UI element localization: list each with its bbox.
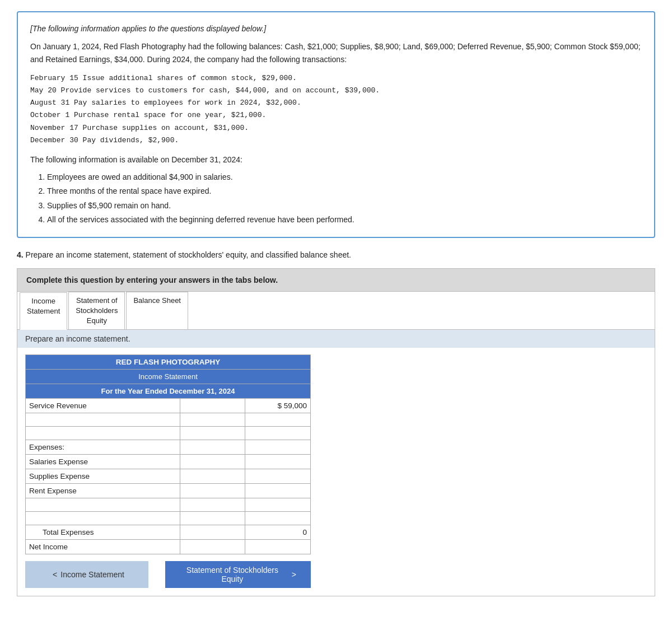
expenses-amount[interactable] <box>245 440 311 455</box>
transaction-line: December 30 Pay dividends, $2,900. <box>30 134 642 147</box>
rent-label: Rent Expense <box>26 484 180 498</box>
salaries-label: Salaries Expense <box>26 455 180 469</box>
info-paragraph1: On January 1, 2024, Red Flash Photograph… <box>30 40 642 66</box>
empty-label-3[interactable] <box>26 498 180 512</box>
net-income-amount[interactable] <box>245 540 311 554</box>
table-row <box>26 512 311 525</box>
rent-amount[interactable] <box>245 484 311 498</box>
complete-box: Complete this question by entering your … <box>17 268 655 292</box>
tab-balance-sheet[interactable]: Balance Sheet <box>126 292 188 330</box>
next-button[interactable]: Statement of Stockholders Equity > <box>165 561 311 588</box>
transaction-line: February 15 Issue additional shares of c… <box>30 72 642 85</box>
empty-label-2[interactable] <box>26 427 180 440</box>
supplies-label: Supplies Expense <box>26 469 180 484</box>
table-row: Net Income <box>26 540 311 554</box>
tab-income-statement[interactable]: IncomeStatement <box>20 292 67 330</box>
next-label: Statement of Stockholders Equity <box>176 566 288 583</box>
revenue-amount: $ 59,000 <box>245 399 311 413</box>
table-row <box>26 413 311 427</box>
salaries-mid-input[interactable] <box>180 455 245 469</box>
revenue-mid-input[interactable] <box>180 399 245 413</box>
empty-mid-1[interactable] <box>180 413 245 427</box>
revenue-label: Service Revenue <box>26 399 180 413</box>
available-item: Three months of the rental space have ex… <box>47 184 642 198</box>
total-expenses-label: Total Expenses <box>26 525 180 540</box>
tab-content-label-text: Prepare an income statement. <box>25 334 130 343</box>
empty-amount-4[interactable] <box>245 512 311 525</box>
transaction-line: October 1 Purchase rental space for one … <box>30 109 642 122</box>
prev-arrow-icon: < <box>53 570 57 579</box>
tabs-wrapper: IncomeStatement Statement ofStockholders… <box>17 292 655 597</box>
empty-amount-1[interactable] <box>245 413 311 427</box>
net-income-mid[interactable] <box>180 540 245 554</box>
available-header: The following information is available o… <box>30 153 642 166</box>
statement-area: RED FLASH PHOTOGRAPHY Income Statement F… <box>17 348 655 596</box>
complete-box-text: Complete this question by entering your … <box>26 276 278 284</box>
net-income-label: Net Income <box>26 540 180 554</box>
transaction-line: November 17 Purchase supplies on account… <box>30 122 642 134</box>
supplies-amount[interactable] <box>245 469 311 484</box>
next-arrow-icon: > <box>292 570 296 579</box>
info-italic-header: [The following information applies to th… <box>30 22 642 35</box>
transactions-block: February 15 Issue additional shares of c… <box>30 72 642 147</box>
statement-title: Income Statement <box>26 370 311 384</box>
expenses-mid[interactable] <box>180 440 245 455</box>
table-row: Expenses: <box>26 440 311 455</box>
table-row: Service Revenue $ 59,000 <box>26 399 311 413</box>
available-item: Employees are owed an additional $4,900 … <box>47 170 642 184</box>
table-row: Supplies Expense <box>26 469 311 484</box>
tab-content-label: Prepare an income statement. <box>17 330 655 348</box>
tab-stockholders-equity[interactable]: Statement ofStockholdersEquity <box>68 292 125 330</box>
table-row <box>26 498 311 512</box>
table-row <box>26 427 311 440</box>
empty-mid-4[interactable] <box>180 512 245 525</box>
prev-label: Income Statement <box>60 570 124 579</box>
salaries-amount[interactable] <box>245 455 311 469</box>
statement-company: RED FLASH PHOTOGRAPHY <box>26 355 311 370</box>
statement-period: For the Year Ended December 31, 2024 <box>26 384 311 399</box>
question-body: Prepare an income statement, statement o… <box>26 250 351 259</box>
transaction-line: August 31 Pay salaries to employees for … <box>30 97 642 109</box>
table-row: Salaries Expense <box>26 455 311 469</box>
supplies-mid-input[interactable] <box>180 469 245 484</box>
table-row: Rent Expense <box>26 484 311 498</box>
total-expenses-amount: 0 <box>245 525 311 540</box>
expenses-section-label: Expenses: <box>26 440 180 455</box>
question-text: 4. Prepare an income statement, statemen… <box>17 250 655 259</box>
empty-label-1[interactable] <box>26 413 180 427</box>
rent-mid-input[interactable] <box>180 484 245 498</box>
prev-button[interactable]: < Income Statement <box>25 561 148 588</box>
available-list: Employees are owed an additional $4,900 … <box>47 170 642 227</box>
empty-mid-3[interactable] <box>180 498 245 512</box>
empty-mid-2[interactable] <box>180 427 245 440</box>
empty-label-4[interactable] <box>26 512 180 525</box>
transaction-line: May 20 Provide services to customers for… <box>30 85 642 97</box>
available-item: Supplies of $5,900 remain on hand. <box>47 199 642 213</box>
question-number: 4. <box>17 250 24 259</box>
empty-amount-2[interactable] <box>245 427 311 440</box>
total-expenses-mid[interactable] <box>180 525 245 540</box>
table-row: Total Expenses 0 <box>26 525 311 540</box>
income-statement-table: RED FLASH PHOTOGRAPHY Income Statement F… <box>25 354 311 554</box>
info-box: [The following information applies to th… <box>17 11 655 238</box>
empty-amount-3[interactable] <box>245 498 311 512</box>
available-item: All of the services associated with the … <box>47 213 642 227</box>
tabs-row: IncomeStatement Statement ofStockholders… <box>17 292 655 330</box>
bottom-nav: < Income Statement Statement of Stockhol… <box>25 561 311 588</box>
